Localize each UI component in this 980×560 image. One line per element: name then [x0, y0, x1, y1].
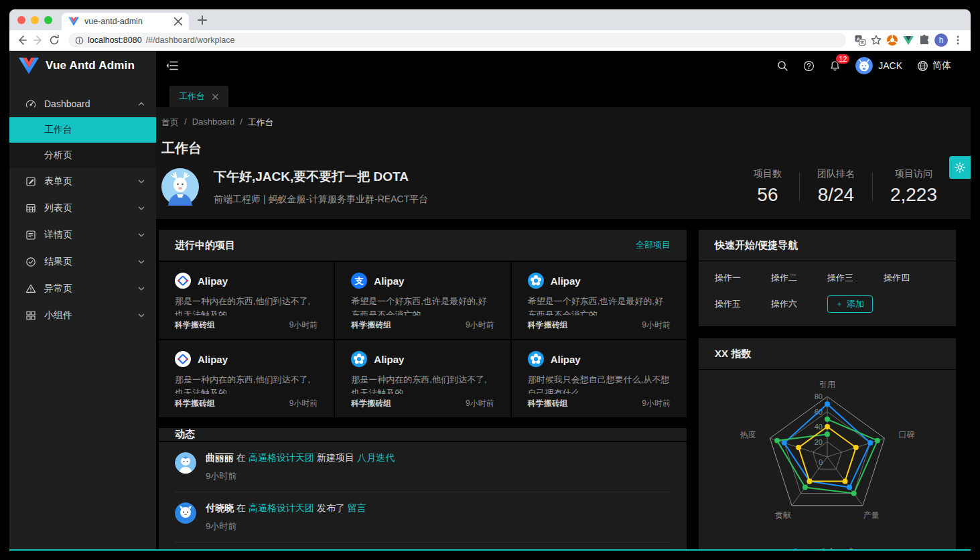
- radar-chart: 020406080引用口碑产量贡献热度 abc: [699, 369, 956, 551]
- language-label: 简体: [932, 60, 951, 72]
- project-card[interactable]: Alipay那是一种内在的东西,他们到达不了,也无法触及的科学搬砖组9小时前: [159, 262, 334, 339]
- quick-action-操作一[interactable]: 操作一: [715, 272, 771, 284]
- translate-icon[interactable]: A: [854, 34, 866, 46]
- project-card-head: Alipay: [351, 351, 494, 367]
- feed-link[interactable]: 高逼格设计天团: [249, 452, 314, 463]
- sidebar-item-Dashboard[interactable]: Dashboard: [9, 90, 156, 117]
- project-card[interactable]: Alipay那是一种内在的东西,他们到达不了,也无法触及的科学搬砖组9小时前: [159, 340, 334, 417]
- project-name[interactable]: Alipay: [551, 275, 581, 287]
- project-logo-alipay-icon: 支: [351, 273, 367, 289]
- globe-icon: [917, 60, 928, 72]
- back-button[interactable]: [16, 34, 28, 46]
- site-info-icon[interactable]: [75, 36, 84, 45]
- stat-项目访问: 项目访问2,223: [873, 168, 955, 206]
- add-action-button[interactable]: 添加: [827, 295, 873, 313]
- stat-value: 8/24: [817, 184, 855, 206]
- quick-action-操作二[interactable]: 操作二: [771, 272, 827, 284]
- project-card[interactable]: Alipay那时候我只会想自己想要什么,从不想自己拥有什么科学搬砖组9小时前: [512, 340, 687, 417]
- page-tabs-bar: 工作台: [156, 80, 971, 107]
- feed-link[interactable]: 八月迭代: [357, 452, 395, 463]
- sidebar-item-异常页[interactable]: 异常页: [9, 275, 156, 302]
- collapse-sidebar-icon[interactable]: [165, 59, 179, 72]
- sidebar-subitem-分析页[interactable]: 分析页: [9, 143, 156, 168]
- project-group-link[interactable]: 科学搬砖组: [351, 320, 391, 331]
- project-group-link[interactable]: 科学搬砖组: [175, 320, 215, 331]
- chevron-down-icon: [137, 285, 145, 293]
- project-name[interactable]: Alipay: [198, 275, 228, 287]
- address-bar[interactable]: localhost:8080/#/dashboard/workplace: [68, 33, 846, 48]
- close-window-button[interactable]: [17, 16, 25, 24]
- maximize-window-button[interactable]: [44, 16, 52, 24]
- quick-action-操作六[interactable]: 操作六: [771, 298, 827, 310]
- sidebar-item-label: 表单页: [44, 176, 129, 188]
- reload-button[interactable]: [48, 34, 60, 46]
- project-group-link[interactable]: 科学搬砖组: [528, 320, 568, 331]
- project-description: 那时候我只会想自己想要什么,从不想自己拥有什么: [528, 373, 671, 394]
- project-group-link[interactable]: 科学搬砖组: [175, 398, 215, 409]
- svg-text:20: 20: [815, 438, 823, 446]
- browser-profile-avatar[interactable]: h: [934, 33, 948, 47]
- search-button[interactable]: [770, 51, 796, 80]
- grid-icon: [25, 310, 36, 321]
- project-group-link[interactable]: 科学搬砖组: [351, 398, 391, 409]
- sidebar-item-表单页[interactable]: 表单页: [9, 168, 156, 195]
- project-card-head: 支Alipay: [351, 273, 494, 289]
- project-updated-time: 9小时前: [642, 320, 671, 331]
- feed-item: 曲丽丽在高逼格设计天团新建项目八月迭代9小时前: [175, 442, 671, 492]
- project-description: 希望是一个好东西,也许是最好的,好东西是不会消亡的: [528, 295, 671, 316]
- user-menu[interactable]: JACK: [848, 51, 910, 80]
- sidebar-item-详情页[interactable]: 详情页: [9, 222, 156, 249]
- feed-item: 付晓晓在高逼格设计天团发布了留言9小时前: [175, 492, 671, 543]
- project-logo-antd-icon: [175, 273, 191, 289]
- theme-settings-button[interactable]: [949, 156, 971, 179]
- project-card[interactable]: 支Alipay希望是一个好东西,也许是最好的,好东西是不会消亡的科学搬砖组9小时…: [335, 262, 510, 339]
- project-name[interactable]: Alipay: [374, 275, 404, 287]
- bookmark-star-icon[interactable]: [870, 34, 882, 46]
- sidebar-item-列表页[interactable]: 列表页: [9, 195, 156, 222]
- project-footer: 科学搬砖组9小时前: [351, 398, 494, 409]
- sidebar-item-小组件[interactable]: 小组件: [9, 302, 156, 329]
- browser-tab[interactable]: vue-antd-admin: [62, 13, 189, 30]
- project-card[interactable]: Alipay希望是一个好东西,也许是最好的,好东西是不会消亡的科学搬砖组9小时前: [512, 262, 687, 339]
- brand[interactable]: Vue Antd Admin: [9, 51, 156, 80]
- feed-link[interactable]: 高逼格设计天团: [249, 502, 314, 513]
- close-page-tab-icon[interactable]: [212, 93, 219, 100]
- projects-card: 进行中的项目 全部项目 Alipay那是一种内在的东西,他们到达不了,也无法触及…: [159, 230, 687, 417]
- notifications-button[interactable]: 12: [822, 51, 848, 80]
- page-tab-workplace[interactable]: 工作台: [169, 86, 228, 107]
- language-switcher[interactable]: 简体: [910, 51, 959, 80]
- feed-item-text: 付晓晓在高逼格设计天团发布了留言: [206, 502, 369, 514]
- project-name[interactable]: Alipay: [198, 354, 228, 365]
- project-description: 那是一种内在的东西,他们到达不了,也无法触及的: [175, 373, 318, 394]
- extensions-puzzle-icon[interactable]: [918, 34, 930, 46]
- project-updated-time: 9小时前: [289, 398, 318, 409]
- stat-label: 项目数: [754, 168, 782, 180]
- stats-group: 项目数56团队排名8/24项目访问2,223: [736, 168, 955, 206]
- breadcrumb-item[interactable]: Dashboard: [192, 117, 235, 129]
- feed-link[interactable]: 留言: [348, 502, 366, 513]
- vue-devtools-icon[interactable]: [902, 34, 914, 46]
- sidebar-item-label: Dashboard: [44, 98, 129, 109]
- quick-action-操作四[interactable]: 操作四: [884, 272, 940, 284]
- browser-menu-icon[interactable]: [952, 34, 964, 46]
- quick-action-操作三[interactable]: 操作三: [827, 272, 884, 284]
- all-projects-link[interactable]: 全部项目: [636, 239, 671, 251]
- breadcrumb-item[interactable]: 首页: [161, 117, 179, 129]
- project-group-link[interactable]: 科学搬砖组: [528, 398, 568, 409]
- chevron-up-icon: [137, 100, 145, 108]
- minimize-window-button[interactable]: [31, 16, 39, 24]
- close-tab-icon[interactable]: [173, 16, 184, 27]
- new-tab-button[interactable]: [194, 12, 210, 28]
- chevron-down-icon: [137, 204, 145, 212]
- sidebar-item-结果页[interactable]: 结果页: [9, 249, 156, 275]
- forward-button[interactable]: [32, 34, 44, 46]
- sidebar-item-label: 结果页: [44, 256, 129, 268]
- quick-action-操作五[interactable]: 操作五: [715, 298, 771, 310]
- project-card[interactable]: Alipay那是一种内在的东西,他们到达不了,也无法触及的科学搬砖组9小时前: [335, 340, 510, 417]
- project-name[interactable]: Alipay: [551, 354, 581, 365]
- project-name[interactable]: Alipay: [374, 354, 404, 365]
- extension-orange-icon[interactable]: [886, 34, 898, 46]
- help-button[interactable]: [796, 51, 822, 80]
- svg-text:热度: 热度: [740, 430, 756, 439]
- sidebar-subitem-工作台[interactable]: 工作台: [9, 117, 156, 143]
